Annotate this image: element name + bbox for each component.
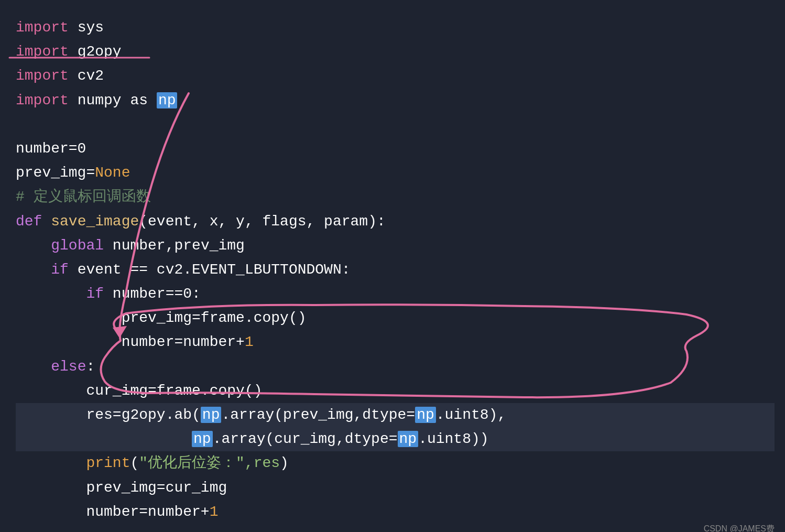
code-token: import bbox=[16, 44, 69, 60]
code-token: import bbox=[16, 19, 69, 36]
code-token: save_image bbox=[51, 213, 139, 230]
code-line-line12: if number==0: bbox=[16, 282, 775, 306]
code-line-line9: def save_image(event, x, y, flags, param… bbox=[16, 210, 775, 234]
code-token: .array(cur_img,dtype= bbox=[213, 431, 398, 447]
code-token bbox=[16, 262, 51, 278]
code-token: (event, x, y, flags, param): bbox=[139, 213, 385, 230]
code-line-line4: import numpy as np bbox=[16, 89, 775, 113]
code-token: .uint8)) bbox=[418, 431, 488, 447]
code-line-line14: number=number+1 bbox=[16, 330, 775, 354]
code-token: : bbox=[86, 359, 95, 375]
code-token: cv2 bbox=[69, 68, 104, 84]
code-token: number=number+ bbox=[16, 334, 245, 350]
code-token: event == cv2.EVENT_LBUTTONDOWN: bbox=[69, 262, 351, 278]
highlighted-token: np bbox=[415, 407, 436, 423]
highlighted-token: np bbox=[201, 407, 222, 423]
code-token: g2opy bbox=[69, 44, 122, 60]
code-line-line17: res=g2opy.ab(np.array(prev_img,dtype=np.… bbox=[16, 403, 775, 427]
code-token: if bbox=[86, 286, 104, 302]
code-token: "优化后位姿：",res bbox=[139, 455, 280, 471]
code-token bbox=[16, 359, 51, 375]
code-token: as bbox=[130, 92, 148, 108]
code-token: .uint8), bbox=[436, 407, 506, 423]
code-line-line13: prev_img=frame.copy() bbox=[16, 306, 775, 330]
code-line-line11: if event == cv2.EVENT_LBUTTONDOWN: bbox=[16, 258, 775, 282]
code-token bbox=[16, 237, 51, 254]
code-token: 1 bbox=[210, 504, 219, 520]
watermark: CSDN @JAMES费 bbox=[704, 524, 775, 532]
code-line-line2: import g2opy bbox=[16, 40, 775, 64]
code-line-line7: prev_img=None bbox=[16, 161, 775, 185]
code-line-line19: print("优化后位姿：",res) bbox=[16, 451, 775, 475]
code-line-line6: number=0 bbox=[16, 137, 775, 161]
code-token: global bbox=[51, 237, 104, 254]
code-token: None bbox=[95, 165, 130, 181]
code-token: number=0 bbox=[16, 140, 86, 157]
code-token: prev_img= bbox=[16, 165, 95, 181]
code-token: number==0: bbox=[104, 286, 201, 302]
code-token: number,prev_img bbox=[104, 237, 245, 254]
code-line-line18: np.array(cur_img,dtype=np.uint8)) bbox=[16, 427, 775, 451]
code-token: ( bbox=[130, 455, 139, 471]
code-line-line20: prev_img=cur_img bbox=[16, 476, 775, 500]
code-token: 1 bbox=[245, 334, 254, 350]
code-token bbox=[42, 213, 51, 230]
code-token: number=number+ bbox=[16, 504, 210, 520]
code-token: sys bbox=[69, 19, 104, 36]
code-token: else bbox=[51, 359, 86, 375]
code-token: ) bbox=[280, 455, 289, 471]
code-token: print bbox=[86, 455, 130, 471]
code-token: numpy bbox=[69, 92, 130, 108]
code-token: def bbox=[16, 213, 42, 230]
highlighted-token: np bbox=[192, 431, 213, 447]
code-token: prev_img=cur_img bbox=[16, 480, 227, 496]
code-container: import sysimport g2opyimport cv2import n… bbox=[0, 0, 785, 532]
code-line-line10: global number,prev_img bbox=[16, 234, 775, 258]
code-token: import bbox=[16, 92, 69, 108]
code-line-line8: # 定义鼠标回调函数 bbox=[16, 185, 775, 209]
code-token bbox=[16, 455, 86, 471]
code-line-line16: cur_img=frame.copy() bbox=[16, 379, 775, 403]
code-token bbox=[16, 431, 192, 447]
code-token bbox=[148, 92, 157, 108]
code-token: res=g2opy.ab( bbox=[16, 407, 201, 423]
code-line-line21: number=number+1 bbox=[16, 500, 775, 524]
code-token: if bbox=[51, 262, 69, 278]
code-token: cur_img=frame.copy() bbox=[16, 383, 262, 399]
code-token: prev_img=frame.copy() bbox=[16, 310, 307, 326]
code-line-line1: import sys bbox=[16, 16, 775, 40]
code-line-line5 bbox=[16, 113, 775, 137]
code-line-line15: else: bbox=[16, 355, 775, 379]
code-line-line3: import cv2 bbox=[16, 64, 775, 88]
code-token bbox=[16, 286, 86, 302]
code-token: .array(prev_img,dtype= bbox=[221, 407, 415, 423]
highlighted-token: np bbox=[157, 92, 178, 108]
highlighted-token: np bbox=[398, 431, 419, 447]
code-token: import bbox=[16, 68, 69, 84]
code-token: # 定义鼠标回调函数 bbox=[16, 189, 151, 205]
